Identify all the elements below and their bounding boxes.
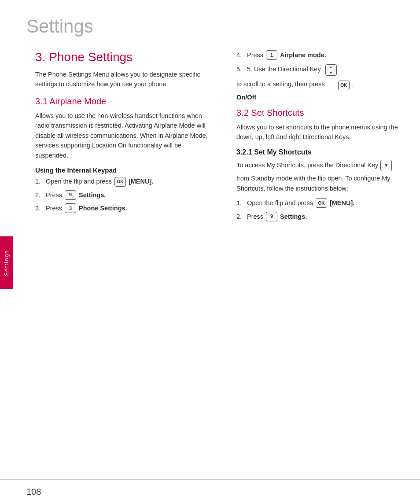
arrow-down-icon: ▼: [384, 162, 388, 169]
right-steps-list: 1. Open the flip and press OK [MENU]. 2.…: [236, 198, 411, 221]
right-step-4-list: 4. Press 1 Airplane mode.: [236, 50, 411, 60]
sidebar-tab-label: Settings: [0, 236, 13, 289]
arrow-up-down-icon: ▲ ▼: [329, 65, 333, 76]
step4-text-before: Press: [247, 50, 263, 60]
list-item-4: 4. Press 1 Airplane mode.: [236, 50, 411, 60]
right-step-5-list: 5. 5. Use the Directional Key ▲ ▼ to scr…: [236, 63, 411, 90]
right-column: 4. Press 1 Airplane mode. 5. 5. Use the …: [232, 50, 411, 471]
left-column: 3. Phone Settings The Phone Settings Men…: [35, 50, 214, 471]
shortcuts-title: 3.2 Set Shortcuts: [236, 108, 411, 118]
step-text: Press: [46, 190, 62, 200]
step-number: 2.: [35, 190, 43, 200]
main-section-body: The Phone Settings Menu allows you to de…: [35, 70, 210, 89]
arrow-down-icon: ▼: [329, 70, 333, 76]
main-section-title: 3. Phone Settings: [35, 50, 210, 64]
step-text: Open the flip and press: [46, 177, 112, 186]
ok-key-icon: OK: [114, 177, 126, 187]
step5-end: .: [351, 80, 353, 90]
step-label: Phone Settings.: [79, 203, 127, 213]
step5-text-after: to scroll to a setting, then press: [236, 79, 325, 89]
step-label: [MENU].: [129, 177, 153, 186]
on-off-label: On/Off: [236, 94, 411, 101]
list-item: 2. Press 9 Settings.: [35, 190, 210, 200]
ok-key-icon-r1: OK: [316, 198, 327, 208]
step-text: Open the flip and press: [247, 198, 313, 208]
step-label: Settings.: [79, 190, 106, 200]
key-3-icon: 3: [65, 203, 76, 213]
page-footer: 108: [0, 479, 420, 504]
list-item: 3. Press 3 Phone Settings.: [35, 203, 210, 213]
two-column-layout: 3. Phone Settings The Phone Settings Men…: [35, 50, 411, 471]
step-number: 1.: [35, 177, 43, 186]
page-number: 108: [26, 487, 41, 497]
airplane-mode-body: Allows you to use the non-wireless hands…: [35, 111, 210, 160]
step4-label: Airplane mode.: [280, 50, 326, 60]
shortcuts-body-text2: from Standby mode with the flip open. To…: [236, 173, 411, 194]
main-content: 3. Phone Settings The Phone Settings Men…: [13, 46, 420, 479]
step-number: 1.: [236, 198, 244, 208]
step-text: Press: [46, 203, 62, 213]
key-9-icon: 9: [65, 190, 76, 200]
step-number: 5.: [236, 64, 244, 74]
directional-key-down-icon: ▼: [380, 160, 392, 171]
set-my-shortcuts-title: 3.2.1 Set My Shortcuts: [236, 148, 411, 156]
content-area: Settings 3. Phone Settings The Phone Set…: [0, 46, 420, 479]
step-number: 4.: [236, 50, 244, 60]
step5-text-before: 5. Use the Directional Key: [247, 64, 321, 74]
step5-ok-group: OK .: [328, 80, 353, 90]
step-label: Settings.: [280, 212, 307, 221]
directional-key-updown-icon: ▲ ▼: [325, 64, 337, 76]
page-title: Settings: [0, 0, 420, 46]
set-my-shortcuts-body: To access My Shortcuts, press the Direct…: [236, 160, 411, 194]
keypad-heading: Using the Internal Keypad: [35, 166, 210, 174]
step-text: Press: [247, 212, 263, 221]
key-1-icon: 1: [266, 50, 277, 60]
key-9-icon-r2: 9: [266, 212, 277, 221]
step-label: [MENU].: [330, 198, 354, 208]
shortcuts-body: Allows you to set shortcuts to the phone…: [236, 122, 411, 142]
step-number: 2.: [236, 212, 244, 221]
page-container: Settings Settings 3. Phone Settings The …: [0, 0, 420, 504]
list-item: 1. Open the flip and press OK [MENU].: [236, 198, 411, 208]
shortcuts-body-text1: To access My Shortcuts, press the Direct…: [236, 160, 378, 170]
list-item: 1. Open the flip and press OK [MENU].: [35, 177, 210, 186]
arrow-up-icon: ▲: [329, 65, 333, 70]
ok-key-icon-step5: OK: [338, 81, 350, 90]
list-item-5: 5. 5. Use the Directional Key ▲ ▼ to scr…: [236, 63, 411, 90]
step-number: 3.: [35, 203, 43, 213]
left-instruction-list: 1. Open the flip and press OK [MENU]. 2.…: [35, 177, 210, 213]
list-item: 2. Press 9 Settings.: [236, 212, 411, 221]
sidebar-tab: Settings: [0, 46, 13, 479]
airplane-mode-title: 3.1 Airplane Mode: [35, 96, 210, 107]
